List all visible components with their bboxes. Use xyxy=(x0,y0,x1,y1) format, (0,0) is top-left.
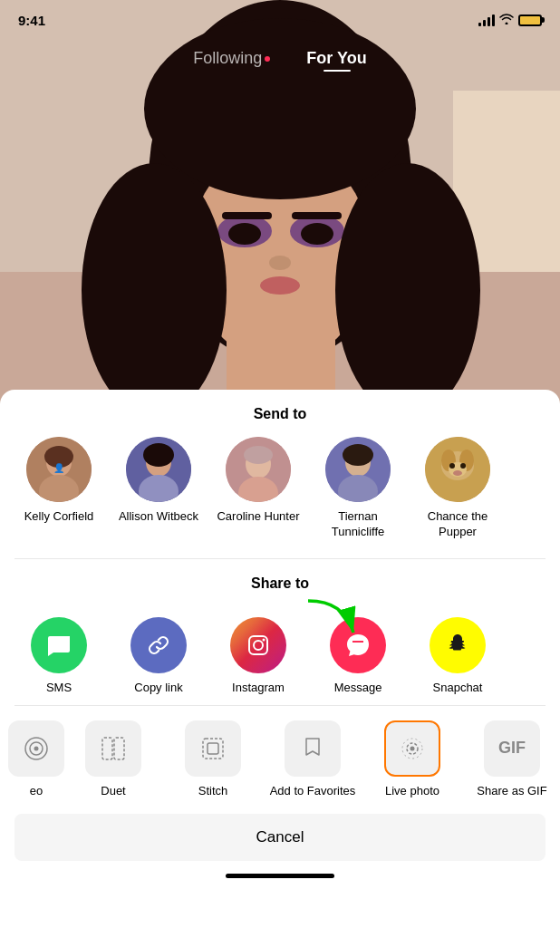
instagram-label: Instagram xyxy=(232,681,285,694)
sms-label: SMS xyxy=(46,681,72,694)
share-snapchat[interactable]: Snapchat xyxy=(408,614,507,698)
svg-rect-54 xyxy=(208,743,218,754)
svg-rect-53 xyxy=(203,739,223,759)
copy-link-icon xyxy=(130,617,187,673)
live-photo-icon-box xyxy=(384,720,440,777)
stitch-label: Stitch xyxy=(198,784,228,799)
avatar-chance xyxy=(425,437,490,502)
nav-bar: Following For You xyxy=(0,40,560,77)
avatar-caroline xyxy=(226,437,291,502)
status-icons xyxy=(478,14,542,27)
svg-point-34 xyxy=(343,444,373,466)
svg-point-8 xyxy=(301,223,333,245)
instagram-icon xyxy=(230,617,286,673)
sms-icon xyxy=(31,617,87,673)
avatar-allison xyxy=(126,437,191,502)
action-gif[interactable]: GIF Share as GIF xyxy=(462,717,560,803)
battery-icon xyxy=(518,14,542,26)
svg-point-50 xyxy=(34,746,39,750)
svg-point-7 xyxy=(228,223,261,245)
svg-point-12 xyxy=(260,276,300,295)
svg-point-13 xyxy=(82,163,227,417)
copy-link-label: Copy link xyxy=(134,681,182,694)
svg-text:👤: 👤 xyxy=(53,462,65,474)
svg-rect-51 xyxy=(102,738,112,759)
svg-point-41 xyxy=(460,463,466,469)
share-to-title: Share to xyxy=(0,559,560,603)
snapchat-icon xyxy=(430,617,486,673)
contact-chance[interactable]: Chance the Pupper xyxy=(408,433,507,544)
action-video[interactable]: eo xyxy=(9,717,63,803)
gif-label: Share as GIF xyxy=(477,784,546,799)
svg-point-14 xyxy=(335,163,480,417)
nav-dot xyxy=(265,56,270,62)
contact-tiernan[interactable]: Tiernan Tunnicliffe xyxy=(308,433,408,544)
duet-label: Duet xyxy=(101,784,125,799)
status-time: 9:41 xyxy=(18,13,45,28)
message-label: Message xyxy=(334,681,382,694)
live-photo-label: Live photo xyxy=(385,784,439,799)
wifi-icon xyxy=(499,14,514,27)
action-stitch[interactable]: Stitch xyxy=(163,717,263,803)
duet-icon-box xyxy=(85,720,141,777)
signal-icon xyxy=(478,14,495,26)
svg-rect-9 xyxy=(222,212,272,219)
favorites-label: Add to Favorites xyxy=(270,784,356,799)
contact-caroline[interactable]: Caroline Hunter xyxy=(208,433,308,544)
contact-name-kelly: Kelly Corfield xyxy=(24,509,94,525)
share-copy-link[interactable]: Copy link xyxy=(109,614,208,698)
contact-name-caroline: Caroline Hunter xyxy=(217,509,299,525)
nav-following[interactable]: Following xyxy=(193,49,270,68)
avatar-kelly: 👤 xyxy=(26,437,92,502)
svg-point-11 xyxy=(269,256,291,270)
svg-point-40 xyxy=(449,463,455,469)
green-arrow xyxy=(299,592,372,646)
contact-name-allison: Allison Witbeck xyxy=(119,509,198,525)
action-duet[interactable]: Duet xyxy=(63,717,163,803)
contact-kelly[interactable]: 👤 Kelly Corfield xyxy=(9,433,109,544)
contacts-row: 👤 Kelly Corfield Allison Witbeck xyxy=(0,433,560,558)
svg-point-56 xyxy=(410,746,415,750)
snapchat-label: Snapchat xyxy=(433,681,483,694)
action-live-photo[interactable]: Live photo xyxy=(362,717,462,803)
gif-icon-box: GIF xyxy=(484,720,540,777)
contact-name-chance: Chance the Pupper xyxy=(411,509,504,540)
video-icon-box xyxy=(8,720,64,777)
favorites-icon-box xyxy=(285,720,341,777)
stitch-icon-box xyxy=(185,720,241,777)
action-row: eo Duet Stitch xyxy=(0,706,560,814)
action-favorites[interactable]: Add to Favorites xyxy=(263,717,362,803)
svg-rect-10 xyxy=(292,212,342,219)
share-row: SMS Copy link Instagram xyxy=(0,603,560,705)
svg-point-42 xyxy=(453,470,462,476)
share-sms[interactable]: SMS xyxy=(9,614,109,698)
video-label: eo xyxy=(30,784,43,799)
nav-foryou[interactable]: For You xyxy=(306,49,366,68)
share-instagram[interactable]: Instagram xyxy=(208,614,308,698)
status-bar: 9:41 xyxy=(0,0,560,40)
svg-point-26 xyxy=(143,443,174,467)
share-sheet: Send to 👤 Kelly Corfield xyxy=(0,390,560,928)
send-to-title: Send to xyxy=(0,390,560,433)
contact-name-tiernan: Tiernan Tunnicliffe xyxy=(312,509,404,540)
home-indicator xyxy=(226,874,334,878)
avatar-tiernan xyxy=(325,437,391,502)
svg-point-45 xyxy=(263,638,266,641)
cancel-button[interactable]: Cancel xyxy=(14,814,546,861)
svg-rect-52 xyxy=(114,738,124,759)
contact-allison[interactable]: Allison Witbeck xyxy=(109,433,208,544)
svg-point-44 xyxy=(254,641,263,650)
svg-point-30 xyxy=(244,446,273,464)
